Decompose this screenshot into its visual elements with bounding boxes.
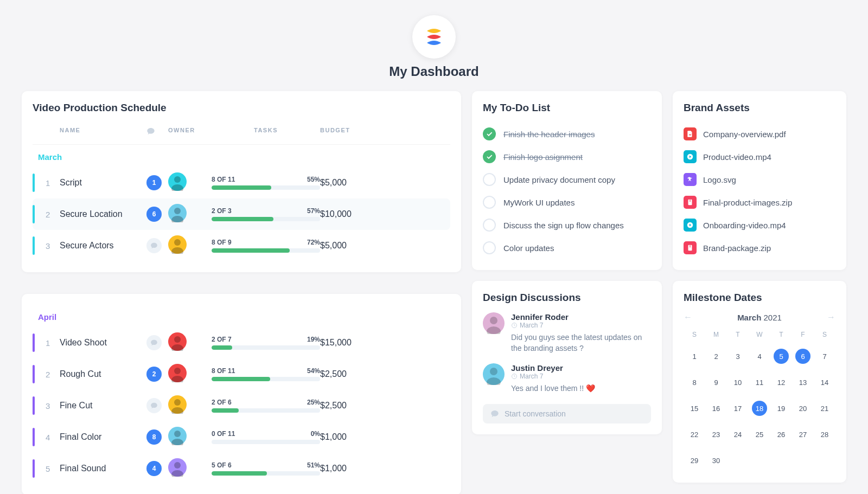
user-avatar[interactable] [483, 363, 505, 385]
schedule-row[interactable]: 2Secure Location62 OF 357%$10,000 [33, 198, 450, 230]
owner-avatar[interactable] [168, 458, 187, 477]
calendar-day[interactable]: 21 [814, 397, 835, 420]
asset-item[interactable]: Brand-package.zip [684, 236, 835, 259]
tasks-count: 0 OF 11 [212, 430, 235, 438]
discussion-post[interactable]: Jennifer RoderMarch 7Did you guys see th… [483, 312, 651, 354]
calendar-day[interactable]: 13 [792, 371, 814, 394]
calendar-day[interactable]: 4 [749, 345, 770, 368]
calendar-day[interactable]: 16 [705, 397, 727, 420]
row-name: Secure Actors [60, 241, 146, 251]
comment-count[interactable] [146, 335, 162, 350]
calendar-next[interactable]: → [827, 312, 835, 322]
owner-avatar[interactable] [168, 395, 187, 414]
discussion-text: Yes and I love them !! ❤️ [511, 383, 595, 394]
todo-item[interactable]: Finish logo asignment [483, 145, 651, 168]
comment-count[interactable]: 2 [146, 367, 162, 382]
calendar-day[interactable]: 23 [705, 423, 727, 446]
schedule-row[interactable]: 2Rough Cut28 OF 1154%$2,500 [33, 358, 450, 390]
schedule-row[interactable]: 5Final Sound45 OF 651%$1,000 [33, 453, 450, 484]
todo-item[interactable]: Update privacy document copy [483, 168, 651, 191]
todo-item[interactable]: Discuss the sign up flow changes [483, 214, 651, 236]
calendar-day[interactable]: 7 [814, 345, 835, 368]
calendar-prev[interactable]: ← [684, 312, 692, 322]
tasks-percent: 57% [307, 207, 320, 215]
calendar-day[interactable]: 11 [749, 371, 770, 394]
row-index: 2 [38, 370, 60, 379]
svg-point-7 [171, 344, 183, 351]
owner-avatar[interactable] [168, 427, 187, 445]
progress-bar [212, 345, 320, 350]
discussion-post[interactable]: Justin DreyerMarch 7Yes and I love them … [483, 363, 651, 394]
calendar-day[interactable]: 25 [749, 423, 770, 446]
asset-item[interactable]: Product-video.mp4 [684, 145, 835, 168]
tasks-count: 8 OF 11 [212, 176, 235, 183]
calendar-day[interactable]: 12 [770, 371, 792, 394]
owner-avatar[interactable] [168, 332, 187, 351]
asset-item[interactable]: Onboarding-video.mp4 [684, 214, 835, 236]
calendar-day[interactable]: 6 [792, 345, 814, 368]
calendar-day[interactable]: 30 [705, 449, 727, 472]
check-open-icon[interactable] [483, 173, 496, 186]
comment-count[interactable] [146, 398, 162, 413]
calendar-day[interactable]: 14 [814, 371, 835, 394]
col-owner: OWNER [168, 127, 212, 137]
comment-count[interactable]: 8 [146, 429, 162, 445]
month-label: April [33, 305, 450, 327]
calendar-day[interactable]: 9 [705, 371, 727, 394]
calendar-day[interactable]: 29 [684, 449, 705, 472]
calendar-day[interactable]: 1 [684, 345, 705, 368]
col-tasks: TASKS [212, 127, 320, 137]
calendar-day[interactable]: 28 [814, 423, 835, 446]
calendar-day[interactable]: 3 [727, 345, 749, 368]
svg-point-11 [171, 407, 183, 414]
comment-count[interactable] [146, 238, 162, 253]
calendar-day-header: S [684, 328, 705, 342]
asset-item[interactable]: Final-product-images.zip [684, 191, 835, 214]
todo-item[interactable]: MyWork UI updates [483, 191, 651, 214]
schedule-row[interactable]: 1Script18 OF 1155%$5,000 [33, 167, 450, 198]
user-avatar[interactable] [483, 312, 505, 334]
todo-item[interactable]: Finish the header images [483, 123, 651, 145]
schedule-row[interactable]: 1Video Shoot2 OF 719%$15,000 [33, 327, 450, 358]
calendar-title: March 2021 [737, 313, 782, 322]
comment-count[interactable]: 6 [146, 207, 162, 222]
check-open-icon[interactable] [483, 196, 496, 209]
milestones-title: Milestone Dates [684, 292, 835, 304]
todo-label: Color updates [503, 243, 554, 253]
schedule-row[interactable]: 3Secure Actors8 OF 972%$5,000 [33, 230, 450, 261]
calendar-day[interactable]: 26 [770, 423, 792, 446]
calendar-day[interactable]: 22 [684, 423, 705, 446]
conversation-input[interactable]: Start conversation [483, 404, 651, 424]
calendar-day[interactable]: 2 [705, 345, 727, 368]
calendar-day[interactable]: 18 [749, 397, 770, 420]
calendar-day[interactable]: 17 [727, 397, 749, 420]
owner-avatar[interactable] [168, 204, 187, 222]
owner-avatar[interactable] [168, 364, 187, 382]
calendar-day[interactable]: 15 [684, 397, 705, 420]
row-index: 1 [38, 178, 60, 188]
progress-bar [212, 377, 320, 381]
owner-avatar[interactable] [168, 235, 187, 254]
calendar-day[interactable]: 20 [792, 397, 814, 420]
calendar-day[interactable]: 19 [770, 397, 792, 420]
row-index: 2 [38, 210, 60, 219]
schedule-row[interactable]: 3Fine Cut2 OF 625%$2,500 [33, 390, 450, 421]
owner-avatar[interactable] [168, 172, 187, 191]
calendar-day[interactable]: 24 [727, 423, 749, 446]
calendar-day[interactable]: 5 [770, 345, 792, 368]
check-open-icon[interactable] [483, 241, 496, 254]
check-open-icon[interactable] [483, 219, 496, 232]
asset-item[interactable]: Logo.svg [684, 168, 835, 191]
calendar-day-header: S [814, 328, 835, 342]
check-done-icon[interactable] [483, 150, 496, 163]
schedule-title: Video Production Schedule [33, 102, 450, 114]
calendar-day[interactable]: 27 [792, 423, 814, 446]
comment-count[interactable]: 4 [146, 461, 162, 476]
comment-count[interactable]: 1 [146, 175, 162, 190]
asset-item[interactable]: Company-overview.pdf [684, 123, 835, 145]
calendar-day[interactable]: 10 [727, 371, 749, 394]
todo-item[interactable]: Color updates [483, 236, 651, 259]
schedule-row[interactable]: 4Final Color80 OF 110%$1,000 [33, 421, 450, 453]
calendar-day[interactable]: 8 [684, 371, 705, 394]
check-done-icon[interactable] [483, 127, 496, 140]
